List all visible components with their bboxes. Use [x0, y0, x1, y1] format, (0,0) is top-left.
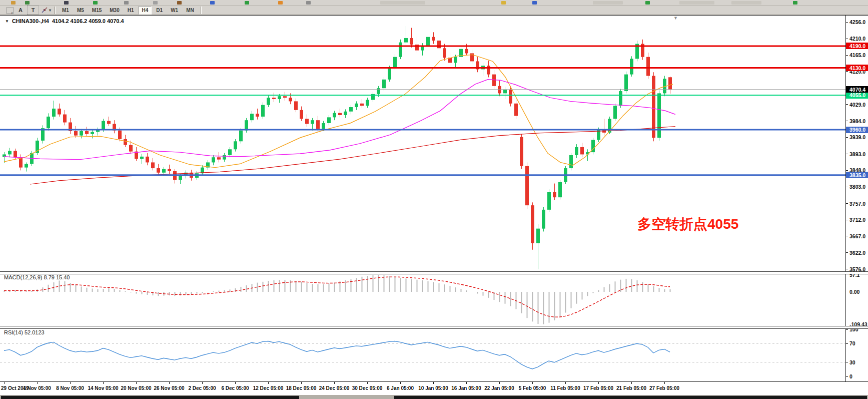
icon-fragment — [64, 1, 69, 5]
timeframe-mn[interactable]: MN — [183, 6, 198, 15]
axis-tick — [846, 121, 848, 121]
icon-fragment — [679, 1, 714, 5]
axis-tick — [846, 252, 848, 253]
chart-toolbar: F A T ▾ M1M5M15M30H1H4D1W1MN — [0, 6, 868, 15]
price-badge-4190.0: 4190.0 — [846, 43, 868, 49]
axis-tick — [846, 329, 848, 330]
chevron-down-icon: ▾ — [49, 8, 51, 13]
background-window-titlebar[interactable] — [394, 395, 867, 399]
icon-fragment — [278, 1, 283, 5]
font-tool-button[interactable]: A — [16, 6, 25, 14]
price-tick-label: 3803.0 — [849, 184, 865, 190]
timeframe-h1[interactable]: H1 — [124, 6, 138, 15]
cutoff-toolbar-strip — [0, 0, 868, 6]
icon-fragment — [11, 1, 16, 5]
time-tick — [136, 382, 137, 384]
axis-tick — [846, 362, 848, 362]
time-tick — [631, 382, 632, 384]
axis-tick — [846, 55, 848, 56]
price-tick-label: 3712.0 — [849, 217, 865, 223]
timeframe-m30[interactable]: M30 — [106, 6, 123, 15]
diagonal-arrows-icon — [41, 7, 48, 14]
time-tick-label: 8 Nov 05:00 — [56, 385, 84, 391]
time-tick-label: 26 Nov 05:00 — [154, 385, 184, 391]
axis-tick — [846, 343, 848, 344]
time-tick-label: 21 Feb 05:00 — [616, 385, 646, 391]
time-tick — [103, 382, 104, 384]
time-tick — [565, 382, 566, 384]
axis-tick — [846, 39, 848, 39]
time-tick — [664, 382, 665, 384]
bottom-windows-strip — [0, 395, 868, 399]
timeframe-d1[interactable]: D1 — [153, 6, 166, 15]
text-label-button[interactable]: T — [27, 6, 39, 15]
time-tick — [235, 382, 236, 384]
price-badge-4070.4: 4070.4 — [846, 86, 868, 93]
rsi-line — [4, 341, 670, 369]
dotted-box-glyph: F — [6, 7, 14, 14]
time-tick — [367, 382, 368, 384]
price-badge-3835.0: 3835.0 — [846, 172, 868, 178]
time-tick — [400, 382, 401, 384]
rsi-canvas[interactable] — [0, 328, 845, 381]
time-tick — [532, 382, 533, 384]
icon-fragment — [93, 1, 98, 5]
price-tick-label: 3757.0 — [849, 201, 865, 207]
time-tick-label: 5 Feb 05:00 — [519, 385, 546, 391]
chart-title: ▼ CHINA300-,H4 4104.2 4106.2 4059.0 4070… — [5, 18, 124, 24]
time-axis[interactable]: 29 Oct 20194 Nov 05:008 Nov 05:0014 Nov … — [0, 381, 868, 395]
toolbar-separator — [55, 7, 56, 14]
rsi-tick-label: 0 — [849, 373, 852, 379]
time-tick — [466, 382, 467, 384]
icon-fragment — [731, 1, 761, 5]
icon-fragment — [306, 1, 311, 5]
timeframe-m15[interactable]: M15 — [89, 6, 105, 15]
icon-fragment — [124, 1, 129, 5]
time-tick — [433, 382, 434, 384]
arrow-tools-button[interactable]: ▾ — [41, 6, 51, 14]
grid-dots-icon[interactable]: F — [5, 6, 14, 14]
icon-fragment — [501, 1, 506, 5]
axis-tick — [846, 71, 848, 72]
axis-tick — [846, 269, 848, 269]
time-tick — [268, 382, 269, 384]
axis-tick — [846, 104, 848, 105]
background-window-titlebar[interactable] — [1, 395, 299, 399]
price-badge-4130.0: 4130.0 — [846, 65, 868, 71]
time-tick-label: 16 Jan 05:00 — [451, 385, 481, 391]
ohlc-values: 4104.2 4106.2 4059.0 4070.4 — [52, 18, 124, 24]
ma-fast-orange — [4, 55, 673, 167]
symbol-period-label: CHINA300-,H4 — [12, 18, 49, 24]
price-tick-label: 4029.0 — [849, 102, 865, 108]
time-tick-label: 18 Dec 05:00 — [286, 385, 317, 391]
price-tick-label: 4256.0 — [849, 19, 865, 25]
time-tick — [598, 382, 599, 384]
time-tick-label: 24 Dec 05:00 — [319, 385, 350, 391]
icon-fragment — [593, 1, 623, 5]
time-tick-label: 6 Dec 05:00 — [221, 385, 249, 391]
time-tick — [37, 382, 38, 384]
macd-signal-line — [4, 277, 670, 317]
time-tick — [4, 382, 5, 384]
timeframe-m5[interactable]: M5 — [74, 6, 88, 15]
chart-shift-marker-icon[interactable]: ▼ — [673, 16, 678, 21]
time-tick-label: 10 Jan 05:00 — [418, 385, 448, 391]
macd-tick-label: 0.00 — [849, 289, 859, 295]
timeframe-m1[interactable]: M1 — [59, 6, 73, 15]
macd-canvas[interactable] — [0, 273, 845, 326]
timeframe-h4[interactable]: H4 — [139, 6, 152, 15]
icon-fragment — [380, 1, 425, 5]
timeframe-w1[interactable]: W1 — [167, 6, 182, 15]
price-tick-label: 3939.0 — [849, 134, 865, 140]
ma-mid-magenta — [4, 80, 675, 160]
pivot-annotation-text: 多空转折点4055 — [637, 215, 738, 234]
panel-divider[interactable] — [0, 271, 868, 274]
time-tick-label: 17 Feb 05:00 — [583, 385, 613, 391]
icon-fragment — [245, 1, 249, 5]
panel-divider[interactable] — [0, 326, 868, 329]
time-tick-label: 30 Dec 05:00 — [352, 385, 383, 391]
chevron-down-icon[interactable]: ▼ — [5, 19, 9, 24]
time-tick-label: 6 Jan 05:00 — [387, 385, 414, 391]
icon-fragment — [532, 1, 537, 5]
price-tick-label: 3622.0 — [849, 250, 865, 256]
